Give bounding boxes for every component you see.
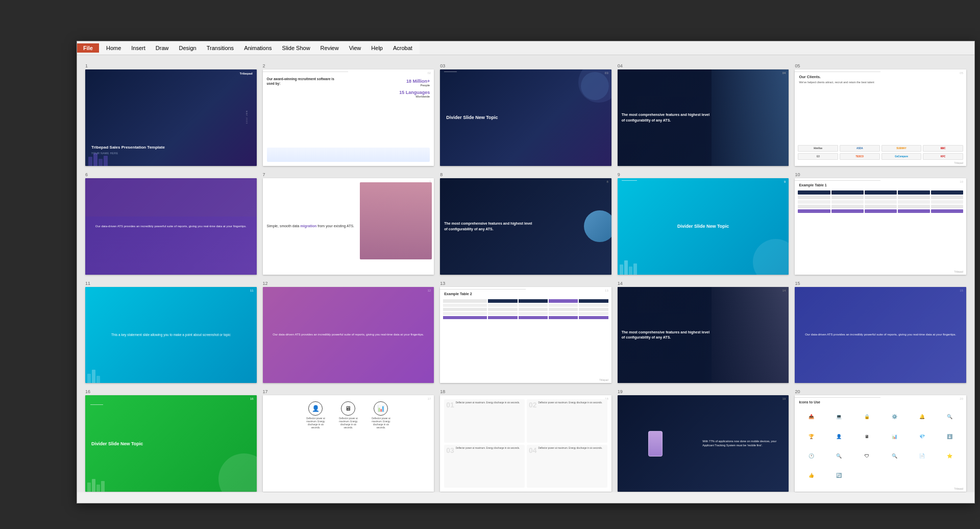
menu-review[interactable]: Review [315,43,344,53]
slide-12-text: Our data-driven ATS provides an incredib… [273,332,424,337]
slide-19-text: With 77% of applications now done on mob… [702,439,785,448]
slide-container-19: 19 19 With 77% of applications now done … [618,389,789,492]
slide-thumb-7[interactable]: 7 Simple, smooth data migration from you… [263,178,434,275]
slide-container-3: 03 03 Divider Slide New Topic [440,63,611,166]
slide-container-20: 20 20 Icons to Use 📥 💻 🔒 ⚙️ 🔔 🔍 🏆 [795,389,966,492]
slide-num-7: 7 [263,172,434,177]
slide-thumb-6[interactable]: Our data-driven ATS provides an incredib… [85,178,257,275]
slide-thumb-14[interactable]: 14 The most comprehensive features and h… [618,287,789,383]
menu-draw[interactable]: Draw [151,43,174,53]
slide-num-18: 18 [440,389,611,394]
menu-insert[interactable]: Insert [126,43,151,53]
slide-num-6: 6 [85,172,257,177]
slide-7-text1: Simple, smooth data [267,225,300,228]
slide-num-3: 03 [440,63,611,68]
slide-num-8: 8 [440,172,611,177]
menu-acrobat[interactable]: Acrobat [388,43,418,53]
slide-thumb-12[interactable]: 12 Our data-driven ATS provides an incre… [263,287,434,383]
slide-num-10: 10 [795,172,966,177]
slide-container-2: 2 02 Our award-winning recruitment softw… [263,63,434,166]
slide-num-13: 13 [440,281,611,286]
slide-num-17: 17 [263,389,434,394]
slide-7-text2: migration [300,225,316,228]
slide-container-18: 18 18 01 Deflector power at maximum. Ene… [440,389,611,492]
slide-num-11: 11 [85,281,257,286]
slide-5-title: Our Clients. [799,75,821,79]
slide-num-15: 15 [795,281,966,286]
slide-container-17: 17 17 👤 Deflector power at maximum. Ener… [263,389,434,492]
slide-num-1: 1 [85,63,257,68]
slide-8-text: The most comprehensive features and high… [444,221,533,232]
slide-thumb-10[interactable]: 10 Example Table 1 [795,178,966,275]
slide-thumb-9[interactable]: 9 Divider Slide New Topic [618,178,789,275]
slide-container-11: 11 11 This a key statement slide allowin… [85,281,257,383]
slide-thumb-2[interactable]: 02 Our award-winning recruitment softwar… [263,69,434,166]
slide-thumb-11[interactable]: 11 This a key statement slide allowing y… [85,287,257,383]
slide-15-text: Our data-driven ATS provides an incredib… [805,332,956,337]
slide-thumb-18[interactable]: 18 01 Deflector power at maximum. Energy… [440,395,611,492]
slide-1-subtitle: YOUR NAME HERE [91,152,165,155]
slides-panel: 1 MAY 2023 Tribepad Tri [77,55,974,492]
slide-thumb-17[interactable]: 17 👤 Deflector power at maximum. Energy … [263,395,434,492]
slide-container-13: 13 13 Example Table 2 [440,281,611,383]
slide-3-text: Divider Slide New Topic [446,114,498,121]
slide-11-text: This a key statement slide allowing you … [103,332,239,338]
file-tab[interactable]: File [77,43,99,53]
slide-6-text: Our data-driven ATS provides an incredib… [95,224,247,229]
slide-9-text: Divider Slide New Topic [677,223,729,230]
slide-4-text: The most comprehensive features and high… [622,112,711,123]
menu-transitions[interactable]: Transitions [202,43,239,53]
slide-7-text3: from your existing ATS. [317,225,354,228]
slide-10-title: Example Table 1 [799,183,826,187]
slide-thumb-5[interactable]: 05 Our Clients. We've helped clients att… [795,69,966,166]
slide-thumb-4[interactable]: 04 The most comprehensive features and h… [618,69,789,166]
slide-container-12: 12 12 Our data-driven ATS provides an in… [263,281,434,383]
menu-help[interactable]: Help [366,43,388,53]
slide-thumb-16[interactable]: 16 Divider Slide New Topic [85,395,257,492]
slide-20-title: Icons to Use [799,400,820,404]
menu-home[interactable]: Home [101,43,126,53]
slide-thumb-8[interactable]: 8 The most comprehensive features and hi… [440,178,611,275]
slide-thumb-20[interactable]: 20 Icons to Use 📥 💻 🔒 ⚙️ 🔔 🔍 🏆 👤 🖥 [795,395,966,492]
slide-container-4: 04 04 The most comprehensive features an… [618,63,789,166]
slide-container-6: 6 Our data-driven ATS provides an incred… [85,172,257,275]
slide-container-1: 1 MAY 2023 Tribepad Tri [85,63,257,166]
slide-thumb-15[interactable]: 15 Our data-driven ATS provides an incre… [795,287,966,383]
powerpoint-window: File Home Insert Draw Design Transitions… [77,41,975,503]
slide-num-19: 19 [618,389,789,394]
menu-animations[interactable]: Animations [239,43,277,53]
slide-14-text: The most comprehensive features and high… [622,329,711,340]
slide-container-10: 10 10 Example Table 1 [795,172,966,275]
menu-design[interactable]: Design [174,43,201,53]
slide-thumb-19[interactable]: 19 With 77% of applications now done on … [618,395,789,492]
slide-5-subtitle: We've helped clients attract, recruit an… [799,81,936,84]
slide-13-title: Example Table 2 [444,292,472,296]
slide-num-2: 2 [263,63,434,68]
slide-thumb-13[interactable]: 13 Example Table 2 [440,287,611,383]
slide-num-16: 16 [85,389,257,394]
slide-thumb-3[interactable]: 03 Divider Slide New Topic [440,69,611,166]
slide-num-20: 20 [795,389,966,394]
slide-num-5: 05 [795,63,966,68]
slide-container-9: 9 9 Divider Slide New Topic [618,172,789,275]
slide-num-14: 14 [618,281,789,286]
menu-slideshow[interactable]: Slide Show [277,43,315,53]
slide-num-12: 12 [263,281,434,286]
slide-1-title: Tribepad Sales Presentation Template [91,145,165,150]
ribbon: File Home Insert Draw Design Transitions… [77,41,974,55]
menu-view[interactable]: View [344,43,366,53]
slide-num-4: 04 [618,63,789,68]
slide-num-9: 9 [618,172,789,177]
menu-tabs: Home Insert Draw Design Transitions Anim… [99,42,420,54]
slide-container-14: 14 14 The most comprehensive features an… [618,281,789,383]
slide-container-15: 15 15 Our data-driven ATS provides an in… [795,281,966,383]
slide-container-7: 7 7 Simple, smooth data migration from y… [263,172,434,275]
slide-2-headline: Our award-winning recruitment software i… [267,77,339,86]
slide-thumb-1[interactable]: MAY 2023 Tribepad Tribepad Sales Present… [85,69,257,166]
slide-16-text: Divider Slide New Topic [91,440,143,447]
slide-container-16: 16 16 Divider Slide New Topic [85,389,257,492]
slide-container-5: 05 05 Our Clients. We've helped clients … [795,63,966,166]
slide-container-8: 8 8 The most comprehensive features and … [440,172,611,275]
